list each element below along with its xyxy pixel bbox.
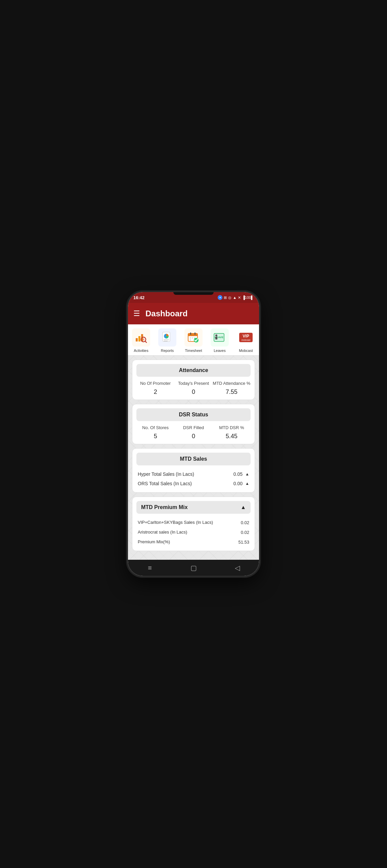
reports-icon bbox=[160, 331, 174, 344]
svg-rect-13 bbox=[190, 333, 191, 335]
premium-value-0: 0.02 bbox=[241, 520, 249, 525]
status-icons: ✦ ⊞ ◎ ▲ ✕ ▐100▌ bbox=[218, 295, 254, 300]
svg-point-22 bbox=[215, 335, 217, 337]
mtd-premium-arrow: ▲ bbox=[241, 504, 246, 510]
attendance-promoter-col: No Of Promoter 2 bbox=[137, 381, 174, 396]
nav-item-reports[interactable]: Reports bbox=[154, 329, 180, 352]
svg-rect-1 bbox=[139, 336, 141, 341]
bottom-home-button[interactable]: ▢ bbox=[187, 561, 200, 575]
svg-rect-8 bbox=[163, 339, 169, 340]
attendance-card-title: Attendance bbox=[137, 364, 250, 377]
sales-row-1: ORS Total Sales (In Lacs) 0.00 ▲ bbox=[137, 479, 250, 488]
attendance-mtd-value: 7.55 bbox=[226, 389, 238, 396]
main-content: Activities bbox=[128, 324, 259, 560]
mobcast-label: Mobcast bbox=[239, 348, 253, 352]
attendance-mtd-col: MTD Attendance % 7.55 bbox=[213, 381, 250, 396]
premium-value-2: 51.53 bbox=[238, 539, 249, 545]
wifi-icon: ▲ bbox=[233, 296, 237, 300]
svg-text:mobcast: mobcast bbox=[242, 339, 250, 341]
bottom-nav: ≡ ▢ ◁ bbox=[128, 560, 259, 576]
activities-icon bbox=[135, 331, 148, 344]
bottom-back-button[interactable]: ◁ bbox=[231, 561, 244, 575]
premium-label-0: VIP+Carlton+SKYBags Sales (In Lacs) bbox=[138, 520, 241, 526]
attendance-mtd-label: MTD Attendance % bbox=[213, 381, 250, 386]
mtd-premium-header[interactable]: MTD Premium Mix ▲ bbox=[137, 501, 250, 514]
mtd-premium-card: MTD Premium Mix ▲ VIP+Carlton+SKYBags Sa… bbox=[132, 497, 255, 551]
svg-rect-23 bbox=[215, 337, 217, 339]
premium-label-2: Premium Mix(%) bbox=[138, 539, 238, 545]
attendance-promoter-value: 2 bbox=[154, 389, 157, 396]
dsr-mtd-value: 5.45 bbox=[226, 433, 238, 440]
bluetooth-icon: ✦ bbox=[218, 295, 222, 300]
nav-item-activities[interactable]: Activities bbox=[128, 329, 154, 352]
attendance-card: Attendance No Of Promoter 2 Today's Pres… bbox=[132, 360, 255, 400]
sales-value-0: 0.05 bbox=[234, 471, 242, 477]
location-icon: ◎ bbox=[228, 296, 232, 300]
attendance-present-label: Today's Present bbox=[178, 381, 209, 386]
timesheet-icon bbox=[187, 331, 200, 344]
dsr-filled-value: 0 bbox=[192, 433, 195, 440]
sales-arrow-0: ▲ bbox=[245, 472, 249, 476]
status-time: 16:42 bbox=[133, 295, 145, 300]
nav-item-mobcast[interactable]: VIP mobcast Mobcast bbox=[233, 329, 259, 352]
svg-rect-15 bbox=[190, 338, 191, 338]
activities-icon-box bbox=[132, 329, 150, 346]
premium-label-1: Aristrocrat sales (In Lacs) bbox=[138, 530, 241, 535]
app-header: ☰ Dashboard bbox=[128, 303, 259, 324]
mtd-premium-title: MTD Premium Mix bbox=[141, 504, 188, 510]
activities-label: Activities bbox=[134, 348, 148, 352]
dsr-mtd-label: MTD DSR % bbox=[219, 425, 244, 431]
attendance-card-row: No Of Promoter 2 Today's Present 0 MTD A… bbox=[137, 381, 250, 396]
dsr-card-title: DSR Status bbox=[137, 408, 250, 421]
sales-label-1: ORS Total Sales (In Lacs) bbox=[138, 481, 234, 486]
menu-button[interactable]: ☰ bbox=[133, 309, 140, 318]
dsr-filled-label: DSR Filled bbox=[183, 425, 204, 431]
svg-rect-9 bbox=[163, 341, 168, 341]
leaves-icon-box: LEAVE bbox=[211, 329, 229, 346]
attendance-present-col: Today's Present 0 bbox=[174, 381, 212, 396]
premium-value-1: 0.02 bbox=[241, 530, 249, 535]
attendance-present-value: 0 bbox=[192, 389, 195, 396]
phone-screen: 16:42 ✦ ⊞ ◎ ▲ ✕ ▐100▌ ☰ Dashboard bbox=[128, 292, 259, 576]
leaves-label: Leaves bbox=[214, 348, 226, 352]
sales-arrow-1: ▲ bbox=[245, 481, 249, 486]
svg-point-5 bbox=[143, 338, 145, 340]
battery-icon: ▐100▌ bbox=[242, 296, 254, 300]
mobcast-icon-box: VIP mobcast bbox=[237, 329, 255, 346]
svg-rect-16 bbox=[192, 338, 193, 338]
svg-line-4 bbox=[145, 341, 146, 342]
mtd-sales-card: MTD Sales Hyper Total Sales (In Lacs) 0.… bbox=[132, 448, 255, 493]
nav-item-leaves[interactable]: LEAVE Leaves bbox=[207, 329, 233, 352]
leaves-icon: LEAVE bbox=[213, 331, 227, 344]
timesheet-label: Timesheet bbox=[185, 348, 202, 352]
page-title: Dashboard bbox=[145, 309, 187, 318]
attendance-promoter-label: No Of Promoter bbox=[140, 381, 171, 386]
dsr-stores-value: 5 bbox=[154, 433, 157, 440]
premium-row-2: Premium Mix(%) 51.53 bbox=[137, 537, 250, 547]
dsr-stores-col: No. Of Stores 5 bbox=[137, 425, 174, 440]
dsr-mtd-col: MTD DSR % 5.45 bbox=[213, 425, 250, 440]
svg-rect-14 bbox=[195, 333, 196, 335]
dsr-card: DSR Status No. Of Stores 5 DSR Filled 0 … bbox=[132, 404, 255, 444]
dsr-stores-label: No. Of Stores bbox=[142, 425, 169, 431]
timesheet-icon-box bbox=[184, 329, 203, 346]
svg-rect-12 bbox=[188, 335, 198, 336]
svg-rect-0 bbox=[136, 338, 138, 341]
dsr-filled-col: DSR Filled 0 bbox=[174, 425, 212, 440]
gallery-icon: ⊞ bbox=[224, 296, 227, 300]
mobcast-icon: VIP mobcast bbox=[239, 330, 253, 345]
mtd-sales-title: MTD Sales bbox=[137, 453, 250, 465]
bottom-menu-button[interactable]: ≡ bbox=[143, 561, 156, 575]
reports-label: Reports bbox=[161, 348, 174, 352]
sales-row-0: Hyper Total Sales (In Lacs) 0.05 ▲ bbox=[137, 469, 250, 479]
svg-rect-18 bbox=[190, 339, 191, 340]
sales-value-1: 0.00 bbox=[234, 481, 242, 486]
premium-row-0: VIP+Carlton+SKYBags Sales (In Lacs) 0.02 bbox=[137, 518, 250, 528]
svg-text:VIP: VIP bbox=[242, 334, 249, 338]
dsr-card-row: No. Of Stores 5 DSR Filled 0 MTD DSR % 5… bbox=[137, 425, 250, 440]
premium-row-1: Aristrocrat sales (In Lacs) 0.02 bbox=[137, 528, 250, 537]
sales-label-0: Hyper Total Sales (In Lacs) bbox=[138, 471, 234, 477]
nav-item-timesheet[interactable]: Timesheet bbox=[180, 329, 207, 352]
reports-icon-box bbox=[158, 329, 176, 346]
phone-frame: 16:42 ✦ ⊞ ◎ ▲ ✕ ▐100▌ ☰ Dashboard bbox=[128, 292, 259, 576]
